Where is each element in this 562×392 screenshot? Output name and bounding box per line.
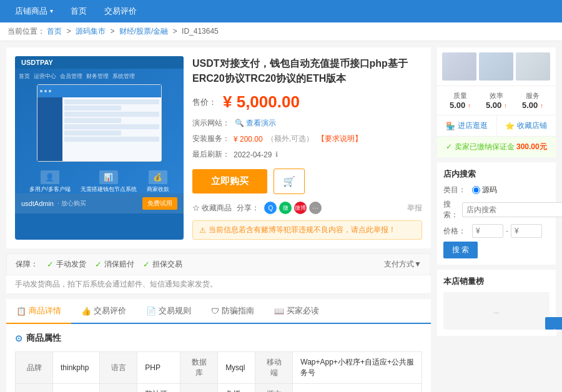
table-row: 大小 49.85 MB 规格 整站源码 授权 免授权 源文件 完全开源（含全部源…	[16, 384, 422, 393]
enter-store-button[interactable]: 🏪 进店逛逛	[437, 115, 497, 136]
stat-efficiency-arrow: ↑	[504, 102, 507, 109]
attributes-icon: ⊙	[15, 333, 22, 343]
search-type-row: 类目： 源码	[443, 185, 550, 195]
seller-stats: 质量 5.00 ↑ 效率 5.00 ↑ 服务 5.00	[437, 86, 556, 115]
check-icon-1: ✓	[47, 260, 54, 269]
table-row: 品牌 thinkphp 语言 PHP 数据库 Mysql 移动端 Wap+App…	[16, 352, 422, 384]
sales-rank: 本店销量榜 ...	[437, 270, 556, 336]
action-row: 立即购买 🛒	[192, 169, 422, 194]
nav-shop-goods[interactable]: 店铺商品 ▾	[6, 0, 62, 22]
search-input[interactable]	[462, 202, 562, 217]
tab-details-icon: 📋	[16, 306, 26, 316]
price-min-input[interactable]	[472, 224, 503, 238]
pay-method[interactable]: 支付方式▼	[384, 259, 422, 270]
tab-buyer[interactable]: 📖 买家必读	[264, 299, 329, 324]
attr-db-label: 数据库	[180, 352, 218, 384]
attr-brand-label: 品牌	[16, 352, 53, 384]
product-title: USDT对接支付，钱包自动充值提币接口php基于ERC20协议TRC20协议的E…	[192, 56, 422, 86]
top-navigation: 店铺商品 ▾ 首页 交易评价	[0, 0, 562, 22]
nav-trade-review[interactable]: 交易评价	[96, 0, 145, 22]
share-wechat-icon[interactable]: 微	[279, 202, 292, 214]
float-button[interactable]: 动态动态	[545, 317, 562, 330]
stat-quality: 质量 5.00 ↑	[450, 91, 471, 110]
warning-icon: ⚠	[199, 226, 206, 235]
attr-db-value: Mysql	[218, 352, 255, 384]
guarantee-manual: ✓ 手动发货	[47, 259, 86, 270]
sales-rank-title: 本店销量榜	[443, 276, 550, 287]
product-image-bottom: usdtAdmin · 放心购买 免费试用	[15, 194, 184, 213]
update-row: 最后刷新： 2022-04-29 ℹ	[192, 149, 422, 160]
seller-img-1	[442, 52, 476, 81]
product-header: USDTPAY 首页运营中心会员管理财务管理系统管理	[6, 47, 431, 248]
enter-store-icon: 🏪	[446, 122, 455, 130]
seller-guarantee-badge: ✓ 卖家已缴纳保证金 300.00元	[437, 136, 556, 157]
stat-service-label: 服务	[522, 91, 543, 100]
tab-details[interactable]: 📋 商品详情	[6, 299, 71, 324]
store-search: 店内搜索 类目： 源码 搜索： 价格： -	[437, 162, 556, 265]
breadcrumb-id: ID_413645	[182, 27, 219, 36]
main-container: USDTPAY 首页运营中心会员管理财务管理系统管理	[0, 41, 562, 392]
img-bottom-label2: · 放心购买	[57, 199, 86, 208]
attr-source-value: 完全开源（含全部源文件）	[293, 384, 422, 393]
nav-home[interactable]: 首页	[62, 0, 96, 22]
product-img-nav: 首页运营中心会员管理财务管理系统管理	[15, 72, 184, 81]
store-search-button[interactable]: 搜 索	[443, 242, 478, 258]
report-link[interactable]: 举报	[407, 203, 422, 213]
share-more-icon[interactable]: ⋯	[309, 202, 322, 214]
buy-button[interactable]: 立即购买	[192, 169, 267, 194]
breadcrumb: 当前位置： 首页 > 源码集市 > 财经/股票/金融 > ID_413645	[0, 22, 562, 41]
attr-auth-value: 免授权	[218, 384, 255, 393]
seller-images	[437, 47, 556, 86]
tab-rules-icon: 📄	[146, 306, 156, 316]
collect-button[interactable]: ☆ 收藏商品	[192, 203, 232, 213]
install-explain[interactable]: 【要求说明】	[317, 134, 362, 144]
update-label: 最后刷新：	[192, 149, 230, 160]
warning-bar: ⚠ 当前信息若含有赌博等犯罪违规不良内容，请点此举报！	[192, 220, 422, 240]
radio-source[interactable]: 源码	[472, 185, 497, 195]
attr-spec-value: 整站源码	[137, 384, 180, 393]
info-icon[interactable]: ℹ	[275, 150, 278, 159]
rank-placeholder: ...	[443, 292, 550, 330]
breadcrumb-source[interactable]: 源码集市	[76, 27, 106, 36]
radio-source-input[interactable]	[472, 186, 480, 194]
product-image-inner: USDTPAY 首页运营中心会员管理财务管理系统管理	[15, 56, 184, 194]
guarantee-label: 保障：	[16, 259, 38, 270]
stat-quality-arrow: ↑	[468, 102, 471, 109]
demo-link[interactable]: 🔍 查看演示	[235, 118, 276, 129]
share-qq-icon[interactable]: Q	[264, 202, 277, 214]
tab-fraud[interactable]: 🛡 防骗指南	[201, 299, 264, 324]
update-date: 2022-04-29	[234, 150, 272, 159]
free-trial-button[interactable]: 免费试用	[142, 197, 177, 210]
stat-quality-label: 质量	[450, 91, 471, 100]
breadcrumb-prefix: 当前位置：	[7, 27, 45, 36]
seller-card: 质量 5.00 ↑ 效率 5.00 ↑ 服务 5.00	[437, 47, 556, 157]
install-label: 安装服务：	[192, 134, 230, 144]
attributes-table: 品牌 thinkphp 语言 PHP 数据库 Mysql 移动端 Wap+App…	[15, 351, 422, 392]
tab-rules[interactable]: 📄 交易规则	[136, 299, 201, 324]
attr-size-value: 49.85 MB	[53, 384, 100, 393]
guarantee-left: 保障： ✓ 手动发货 ✓ 消保赔付 ✓ 担保交易	[16, 259, 182, 270]
tab-buyer-icon: 📖	[274, 306, 284, 316]
stat-service-value: 5.00 ↑	[522, 100, 543, 110]
share-weibo-icon[interactable]: 微博	[294, 202, 307, 214]
attr-size-label: 大小	[16, 384, 53, 393]
product-image: USDTPAY 首页运营中心会员管理财务管理系统管理	[15, 56, 184, 240]
share-icons: Q 微 微博 ⋯	[264, 202, 322, 214]
attr-brand-value: thinkphp	[53, 352, 100, 384]
guarantee-escrow: ✓ 担保交易	[143, 259, 182, 270]
breadcrumb-category[interactable]: 财经/股票/金融	[119, 27, 169, 36]
demo-label: 演示网站：	[192, 118, 230, 129]
collect-store-button[interactable]: ⭐ 收藏店铺	[497, 115, 556, 136]
breadcrumb-home[interactable]: 首页	[47, 27, 62, 36]
tab-reviews[interactable]: 👍 交易评价	[71, 299, 136, 324]
attr-mobile-label: 移动端	[255, 352, 293, 384]
search-price-label: 价格：	[443, 226, 468, 237]
search-keyword-row: 搜索：	[443, 199, 550, 220]
price-max-input[interactable]	[511, 224, 542, 238]
guarantee-bar: 保障： ✓ 手动发货 ✓ 消保赔付 ✓ 担保交易 支付方式▼	[6, 253, 431, 275]
guarantee-amount: 300.00元	[516, 142, 547, 151]
cart-button[interactable]: 🛒	[274, 169, 305, 194]
shipping-note: 手动发货商品，拍下后系统会通过邮件、短信通知卖家发货。	[6, 275, 431, 294]
install-price: ¥ 200.00	[234, 135, 263, 144]
install-row: 安装服务： ¥ 200.00 （额外,可选） 【要求说明】	[192, 134, 422, 144]
